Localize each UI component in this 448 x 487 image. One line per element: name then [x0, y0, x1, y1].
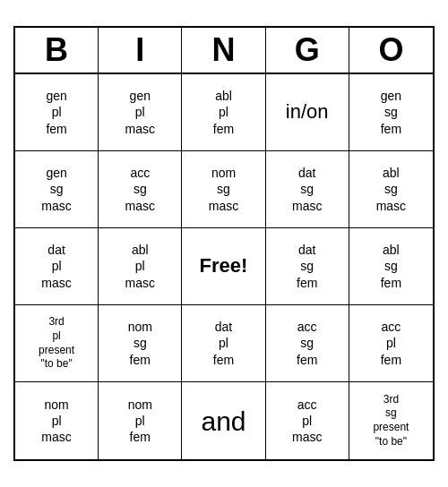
header-letter: B — [15, 28, 99, 73]
grid-cell: 3rdplpresent"to be" — [15, 305, 99, 382]
header-letter: O — [349, 28, 433, 73]
grid-cell: ablsgmasc — [349, 151, 433, 228]
grid-cell: datsgmasc — [266, 151, 349, 228]
grid-cell: gensgfem — [349, 74, 433, 151]
grid-cell: ablsgfem — [349, 228, 433, 305]
header-letter: I — [99, 28, 182, 73]
grid-cell: datplmasc — [15, 228, 99, 305]
grid-cell: datplfem — [182, 305, 265, 382]
header-letter: G — [266, 28, 349, 73]
grid-cell: genplfem — [15, 74, 99, 151]
grid-cell: and — [182, 382, 265, 459]
grid-cell: Free! — [182, 228, 265, 305]
grid-cell: nomplmasc — [15, 382, 99, 459]
grid-cell: accplfem — [349, 305, 433, 382]
grid-cell: accsgfem — [266, 305, 349, 382]
grid-cell: nomsgfem — [99, 305, 182, 382]
bingo-grid: genplfemgenplmascablplfemin/ongensgfemge… — [15, 74, 433, 459]
bingo-card: BINGO genplfemgenplmascablplfemin/ongens… — [13, 26, 435, 461]
grid-cell: datsgfem — [266, 228, 349, 305]
grid-cell: accplmasc — [266, 382, 349, 459]
header-letter: N — [182, 28, 265, 73]
grid-cell: ablplfem — [182, 74, 265, 151]
grid-cell: in/on — [266, 74, 349, 151]
grid-cell: gensgmasc — [15, 151, 99, 228]
grid-cell: accsgmasc — [99, 151, 182, 228]
bingo-header: BINGO — [15, 28, 433, 74]
grid-cell: ablplmasc — [99, 228, 182, 305]
grid-cell: nomplfem — [99, 382, 182, 459]
grid-cell: genplmasc — [99, 74, 182, 151]
grid-cell: nomsgmasc — [182, 151, 265, 228]
grid-cell: 3rdsgpresent"to be" — [349, 382, 433, 459]
